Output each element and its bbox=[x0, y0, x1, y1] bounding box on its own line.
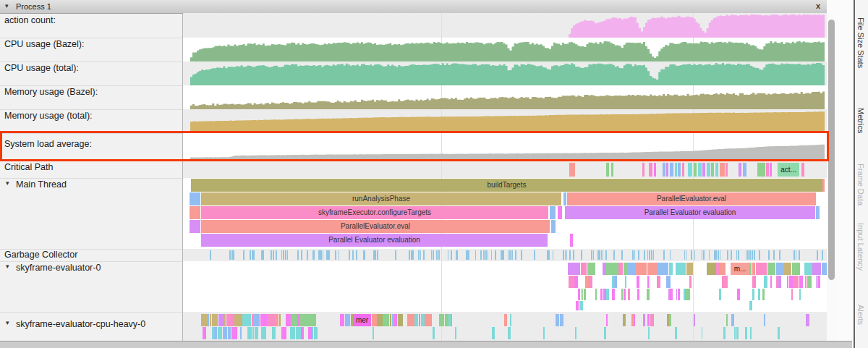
sidebar-item-skyframe-evaluator-0[interactable]: skyframe-evaluator-0 bbox=[16, 263, 101, 273]
trace-slice bbox=[812, 263, 821, 275]
trace-slice bbox=[276, 250, 277, 260]
trace-slice bbox=[253, 314, 260, 326]
timeline-area[interactable]: act...buildTargetsrunAnalysisPhaseParall… bbox=[183, 0, 827, 341]
right-tab-strip: File Size StatsMetricsFrame DataInput La… bbox=[854, 0, 868, 348]
horizontal-scrollbar[interactable] bbox=[0, 341, 852, 348]
sidebar-item-sysload[interactable]: System load average: bbox=[4, 139, 92, 149]
trace-slice bbox=[425, 314, 432, 326]
trace-slice bbox=[817, 250, 818, 260]
trace-slice bbox=[606, 263, 610, 275]
sidebar-item-action-count[interactable]: action count: bbox=[4, 15, 56, 25]
trace-slice bbox=[296, 327, 301, 339]
trace-slice bbox=[623, 314, 626, 326]
metric-chart-cpu-bazel bbox=[190, 38, 825, 61]
trace-slice bbox=[323, 250, 323, 260]
trace-span[interactable]: Parallel Evaluator evaluation bbox=[565, 206, 815, 219]
trace-slice bbox=[638, 250, 639, 260]
critical-path-tick bbox=[670, 163, 673, 177]
trace-slice bbox=[383, 314, 389, 326]
trace-slice bbox=[612, 276, 614, 288]
scrollbar-thumb[interactable] bbox=[828, 20, 835, 280]
critical-path-tick bbox=[743, 163, 746, 177]
trace-slice bbox=[534, 250, 535, 260]
critical-path-action-box[interactable]: act... bbox=[778, 163, 799, 177]
trace-span[interactable]: runAnalysisPhase bbox=[201, 192, 561, 205]
sidebar-item-garbage-collector[interactable]: Garbage Collector bbox=[4, 250, 77, 260]
collapse-arrow-icon[interactable]: ▾ bbox=[6, 319, 9, 326]
trace-span[interactable] bbox=[190, 206, 200, 219]
trace-slice bbox=[720, 263, 725, 275]
trace-slice bbox=[314, 327, 318, 339]
trace-span[interactable]: ParallelEvaluator.eval bbox=[567, 192, 816, 205]
trace-span[interactable] bbox=[551, 220, 556, 233]
trace-span[interactable] bbox=[558, 206, 562, 219]
trace-slice bbox=[707, 263, 716, 275]
trace-slice bbox=[720, 250, 721, 260]
trace-slice bbox=[218, 327, 222, 339]
trace-slice bbox=[210, 314, 211, 326]
sidebar-item-cpu-total[interactable]: CPU usage (total): bbox=[4, 63, 79, 73]
trace-slice bbox=[433, 250, 434, 260]
trace-span[interactable] bbox=[190, 192, 200, 205]
trace-span-labeled[interactable]: mer bbox=[353, 314, 371, 326]
critical-path-tick bbox=[611, 163, 613, 177]
trace-slice bbox=[578, 289, 580, 300]
trace-slice bbox=[685, 289, 688, 300]
critical-path-tick bbox=[694, 163, 697, 177]
trace-slice bbox=[606, 289, 609, 300]
trace-slice bbox=[603, 263, 606, 275]
trace-slice bbox=[754, 250, 755, 260]
trace-slice bbox=[352, 250, 354, 260]
trace-span-labeled[interactable]: m... bbox=[731, 263, 749, 275]
trace-slice bbox=[568, 263, 580, 275]
tab-alerts[interactable]: Alerts bbox=[856, 305, 865, 325]
trace-slice bbox=[566, 250, 568, 260]
sidebar-item-mem-total[interactable]: Memory usage (total): bbox=[4, 111, 93, 121]
tab-file-size-stats[interactable]: File Size Stats bbox=[856, 17, 865, 68]
trace-slice bbox=[784, 263, 791, 275]
sidebar-item-critical-path[interactable]: Critical Path bbox=[4, 162, 53, 172]
trace-span[interactable] bbox=[550, 206, 556, 219]
trace-span[interactable] bbox=[190, 220, 200, 233]
trace-slice bbox=[738, 250, 739, 260]
trace-slice bbox=[778, 276, 781, 288]
tracing-window: ▾ Process 1 x act...buildTargetsrunAnaly… bbox=[0, 0, 868, 348]
trace-span[interactable] bbox=[816, 206, 820, 219]
trace-span[interactable]: skyframeExecutor.configureTargets bbox=[201, 206, 548, 219]
trace-slice bbox=[373, 327, 373, 339]
trace-slice bbox=[669, 263, 673, 275]
trace-slice bbox=[242, 314, 251, 326]
trace-span[interactable]: Parallel Evaluator evaluation bbox=[201, 234, 548, 247]
collapse-arrow-icon[interactable]: ▾ bbox=[6, 179, 9, 187]
trace-slice bbox=[624, 263, 627, 275]
trace-slice bbox=[817, 276, 820, 288]
critical-path-tick bbox=[642, 163, 644, 177]
sidebar-item-skyframe-evaluator-cpu-heavy-0[interactable]: skyframe-evaluator-cpu-heavy-0 bbox=[16, 319, 145, 329]
trace-slice bbox=[420, 250, 422, 260]
trace-span[interactable] bbox=[822, 179, 825, 192]
trace-slice bbox=[247, 327, 252, 339]
trace-slice bbox=[377, 314, 383, 326]
critical-path-tick bbox=[675, 163, 677, 177]
trace-slice bbox=[759, 250, 760, 260]
sidebar-item-main-thread[interactable]: Main Thread bbox=[16, 179, 67, 190]
sidebar-item-mem-bazel[interactable]: Memory usage (Bazel): bbox=[4, 87, 98, 97]
trace-span[interactable] bbox=[570, 234, 573, 247]
vertical-scrollbar[interactable] bbox=[827, 14, 837, 341]
trace-slice bbox=[595, 289, 597, 300]
collapse-arrow-icon[interactable]: ▾ bbox=[5, 2, 9, 9]
trace-span[interactable]: buildTargets bbox=[191, 179, 822, 192]
trace-slice bbox=[694, 250, 696, 260]
sidebar-item-cpu-bazel[interactable]: CPU usage (Bazel): bbox=[4, 39, 84, 49]
tab-frame-data[interactable]: Frame Data bbox=[856, 164, 865, 205]
critical-path-tick bbox=[678, 163, 681, 177]
trace-slice bbox=[799, 276, 803, 288]
collapse-arrow-icon[interactable]: ▾ bbox=[6, 263, 9, 270]
critical-path-tick bbox=[707, 163, 710, 177]
tab-metrics[interactable]: Metrics bbox=[856, 108, 865, 133]
trace-slice bbox=[345, 314, 351, 326]
trace-span[interactable]: ParallelEvaluator.eval bbox=[201, 220, 550, 233]
trace-span[interactable] bbox=[563, 192, 566, 205]
tab-input-latency[interactable]: Input Latency bbox=[856, 223, 865, 271]
trace-slice bbox=[670, 289, 672, 300]
